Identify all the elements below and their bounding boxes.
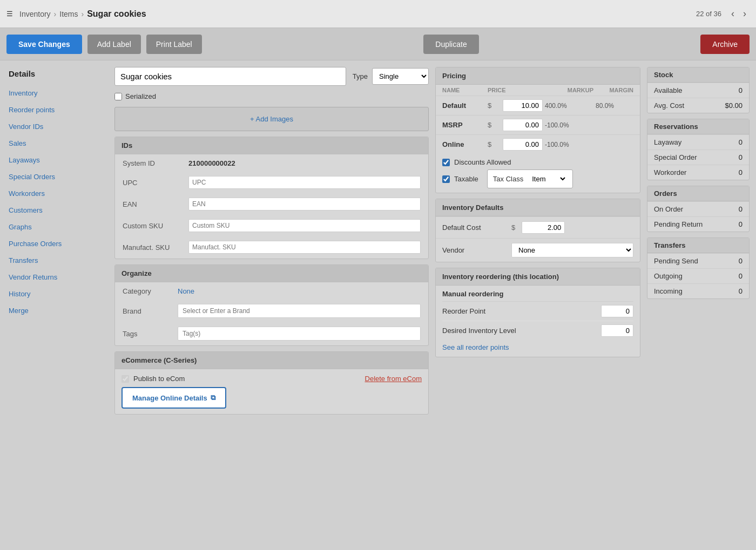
desired-level-input[interactable] (601, 324, 633, 337)
ean-value[interactable] (182, 194, 427, 214)
price-online-name: Online (442, 140, 485, 148)
ids-body: System ID 210000000022 UPC EAN Custo (115, 154, 428, 259)
pricing-columns: NAME PRICE MARKUP MARGIN (436, 85, 640, 96)
tags-input[interactable] (178, 327, 421, 341)
reorder-point-label: Reorder Point (442, 307, 601, 315)
sidebar-item-merge[interactable]: Merge (0, 302, 108, 319)
taxable-row: Taxable Tax Class Item None Custom (442, 169, 633, 188)
breadcrumb-items[interactable]: Items (59, 10, 78, 18)
manufact-sku-value[interactable] (182, 237, 427, 257)
ids-card: IDs System ID 210000000022 UPC EAN (114, 137, 429, 259)
sidebar-item-graphs[interactable]: Graphs (0, 219, 108, 235)
manage-icon: ⧉ (211, 393, 215, 402)
table-row: System ID 210000000022 (116, 155, 427, 171)
sidebar-item-customers[interactable]: Customers (0, 202, 108, 219)
archive-button[interactable]: Archive (700, 35, 750, 54)
nav-controls: 22 of 36 ‹ › (696, 7, 750, 21)
stock-section: Stock Available 0 Avg. Cost $0.00 (647, 67, 750, 113)
default-cost-row: Default Cost $ (436, 216, 640, 238)
price-msrp-input[interactable] (503, 119, 543, 131)
discounts-checkbox[interactable] (442, 159, 450, 166)
publish-row: Publish to eCom Delete from eCom (122, 375, 422, 383)
print-label-button[interactable]: Print Label (146, 35, 202, 54)
pending-send-value: 0 (739, 257, 742, 265)
layaway-row: Layaway 0 (647, 134, 749, 150)
workorder-value: 0 (739, 168, 742, 176)
custom-sku-input[interactable] (188, 219, 421, 232)
ean-input[interactable] (188, 198, 421, 211)
sidebar-item-workorders[interactable]: Workorders (0, 185, 108, 202)
category-value[interactable]: None (178, 287, 194, 295)
vendor-select[interactable]: None (511, 243, 633, 257)
col-margin: MARGIN (596, 87, 633, 93)
breadcrumb-inventory[interactable]: Inventory (19, 10, 51, 18)
prev-button[interactable]: ‹ (728, 7, 738, 21)
delete-from-ecom-link[interactable]: Delete from eCom (365, 375, 422, 383)
see-all-reorder-points-link[interactable]: See all reorder points (442, 340, 633, 351)
sidebar-item-vendor-returns[interactable]: Vendor Returns (0, 269, 108, 286)
manufact-sku-input[interactable] (188, 241, 421, 254)
pending-send-label: Pending Send (654, 257, 698, 265)
available-value: 0 (739, 86, 742, 94)
upc-value[interactable] (182, 172, 427, 193)
type-row: Type Single Bundle Variable (353, 68, 429, 85)
custom-sku-value[interactable] (182, 215, 427, 236)
ecommerce-card: eCommerce (C-Series) Publish to eCom Del… (114, 351, 429, 415)
incoming-value: 0 (739, 287, 742, 295)
ids-table: System ID 210000000022 UPC EAN Custo (115, 154, 428, 259)
sidebar-item-inventory[interactable]: Inventory (0, 85, 108, 101)
table-row: UPC (116, 172, 427, 193)
brand-input[interactable] (178, 304, 421, 318)
sidebar-item-special-orders[interactable]: Special Orders (0, 168, 108, 185)
manufact-sku-label: Manufact. SKU (116, 237, 181, 257)
price-online-symbol: $ (488, 140, 501, 148)
type-select[interactable]: Single Bundle Variable (372, 68, 429, 85)
price-default-input[interactable] (503, 99, 543, 112)
inventory-defaults-card: Inventory Defaults Default Cost $ Vendor… (435, 199, 640, 262)
incoming-label: Incoming (654, 287, 683, 295)
sidebar-title: Details (0, 69, 108, 85)
pending-return-row: Pending Return 0 (647, 216, 749, 232)
item-name-input[interactable] (114, 67, 346, 86)
serialized-label: Serialized (125, 92, 156, 100)
menu-icon[interactable]: ☰ (6, 10, 13, 18)
sidebar-item-layaways[interactable]: Layaways (0, 152, 108, 168)
breadcrumb-current: Sugar cookies (87, 9, 146, 19)
sidebar-item-history[interactable]: History (0, 286, 108, 302)
duplicate-button[interactable]: Duplicate (423, 35, 478, 54)
add-label-button[interactable]: Add Label (87, 35, 141, 54)
serialized-checkbox[interactable] (114, 93, 122, 100)
inventory-defaults-header: Inventory Defaults (436, 199, 640, 216)
right-panel: Stock Available 0 Avg. Cost $0.00 Reserv… (647, 67, 750, 544)
table-row: Manufact. SKU (116, 237, 427, 257)
category-label: Category (116, 283, 170, 299)
workorder-label: Workorder (654, 168, 686, 176)
available-label: Available (654, 86, 683, 94)
taxable-label: Taxable (454, 175, 478, 183)
reordering-body: Manual reordering Reorder Point Desired … (436, 286, 640, 357)
save-changes-button[interactable]: Save Changes (6, 35, 82, 54)
upc-input[interactable] (188, 176, 421, 189)
manage-online-details-button[interactable]: Manage Online Details ⧉ (122, 387, 226, 409)
default-cost-symbol: $ (511, 223, 515, 232)
avg-cost-label: Avg. Cost (654, 101, 684, 110)
tax-class-select[interactable]: Item None Custom (528, 173, 567, 185)
sidebar-item-reorder-points[interactable]: Reorder points (0, 101, 108, 118)
pricing-row-online: Online $ -100.0% (436, 134, 640, 154)
organize-body: Category None Brand Tags (115, 282, 428, 345)
sidebar-item-purchase-orders[interactable]: Purchase Orders (0, 235, 108, 252)
next-button[interactable]: › (740, 7, 750, 21)
publish-checkbox[interactable] (122, 375, 129, 383)
price-online-input[interactable] (503, 138, 543, 151)
ecommerce-body: Publish to eCom Delete from eCom Manage … (115, 369, 428, 414)
reorder-point-input[interactable] (601, 305, 633, 317)
middle-panel: Pricing NAME PRICE MARKUP MARGIN Default… (435, 67, 640, 544)
sidebar-item-transfers[interactable]: Transfers (0, 252, 108, 269)
sidebar-item-vendor-ids[interactable]: Vendor IDs (0, 118, 108, 135)
sidebar-item-sales[interactable]: Sales (0, 135, 108, 152)
add-images-button[interactable]: + Add Images (114, 107, 429, 131)
taxable-checkbox[interactable] (442, 175, 450, 183)
default-cost-input[interactable] (522, 221, 565, 234)
main-layout: Details Inventory Reorder points Vendor … (0, 60, 756, 550)
pricing-row-msrp: MSRP $ -100.0% (436, 115, 640, 134)
